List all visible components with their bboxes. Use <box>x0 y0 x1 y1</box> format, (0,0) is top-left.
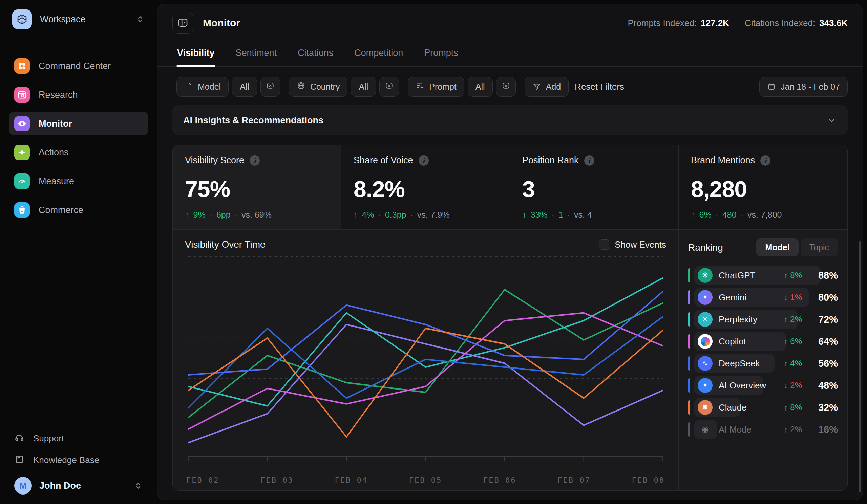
sidebar-item-measure[interactable]: Measure <box>9 169 148 193</box>
sidebar-item-knowledge-base[interactable]: Knowledge Base <box>9 449 148 471</box>
ranking-item-name: DeepSeek <box>719 358 784 369</box>
model-filter-button[interactable]: Model <box>176 77 228 97</box>
separator-dot: · <box>210 210 212 220</box>
prompt-filter-button[interactable]: Prompt <box>408 77 464 97</box>
separator-dot: · <box>410 210 413 220</box>
filter-bar: ModelAllCountryAllPromptAll Add Reset Fi… <box>172 67 848 105</box>
ranking-item-score: 48% <box>808 380 838 391</box>
add-filter-button[interactable]: Add <box>525 77 569 97</box>
ranking-change-value: 8% <box>790 403 802 412</box>
ranking-header: Ranking ModelTopic <box>688 238 838 256</box>
ranking-toggle-model[interactable]: Model <box>756 238 798 256</box>
kpi-card-position-rank[interactable]: Position Ranki3↑33%·1·vs. 4 <box>510 145 679 230</box>
ranking-change-value: 1% <box>790 293 802 302</box>
filter-group-prompt: PromptAll <box>408 77 515 97</box>
globe-icon <box>297 81 306 92</box>
country-filter-value[interactable]: All <box>351 77 376 97</box>
chart-line-gemini <box>188 324 663 443</box>
ranking-item-change: ↑4% <box>784 359 802 368</box>
ranking-item-change: ↓2% <box>784 381 802 390</box>
date-range-picker[interactable]: Jan 18 - Feb 07 <box>759 77 848 97</box>
sidebar-item-research[interactable]: Research <box>9 83 148 107</box>
copilot-logo-blob <box>701 337 710 346</box>
arrow-up-icon: ↑ <box>784 425 788 434</box>
sidebar-toggle-button[interactable] <box>172 12 193 33</box>
filter-group-model: ModelAll <box>176 77 280 97</box>
kpi-change: 4% <box>362 210 374 220</box>
kpi-card-visibility-score[interactable]: Visibility Scorei75%↑9%·6pp·vs. 69% <box>173 145 341 230</box>
model-filter-clear-button[interactable] <box>260 77 280 97</box>
sidebar-item-commerce[interactable]: Commerce <box>9 198 148 222</box>
prompt-filter-value[interactable]: All <box>468 77 493 97</box>
ranking-row-claude[interactable]: ✺Claude↑8%32% <box>688 398 838 417</box>
workspace-logo-icon <box>12 10 32 29</box>
ranking-item-name: Claude <box>719 403 784 413</box>
stat-label: Citations Indexed: <box>745 18 815 29</box>
ai-insights-accordion[interactable]: AI Insights & Recommendations <box>172 105 848 135</box>
ranking-row-chatgpt[interactable]: ❋ChatGPT↑8%88% <box>688 266 838 285</box>
ranking-item-score: 32% <box>808 402 838 413</box>
ranking-row-ai-overview[interactable]: ✦AI Overview↓2%48% <box>688 376 838 395</box>
arrow-up-icon: ↑ <box>522 210 527 220</box>
kpi-label: Position Rank <box>522 155 579 165</box>
tab-prompts[interactable]: Prompts <box>423 42 459 66</box>
model-filter-value-label: All <box>240 82 249 92</box>
chart-header: Visibility Over Time Show Events <box>185 239 666 250</box>
x-tick-label: FEB 08 <box>632 476 665 484</box>
kpi-card-header: Visibility Scorei <box>185 155 329 165</box>
knowledge-base-icon <box>14 454 24 466</box>
sidebar-item-command-center[interactable]: Command Center <box>9 54 148 78</box>
dashboard-board: Visibility Scorei75%↑9%·6pp·vs. 69%Share… <box>172 144 848 491</box>
reset-filters-button[interactable]: Reset Filters <box>575 82 624 92</box>
clear-x-icon <box>502 81 510 92</box>
ranking-item-score: 64% <box>808 336 838 347</box>
ranking-row-copilot[interactable]: Copilot↑6%64% <box>688 332 838 351</box>
chevron-up-down-icon <box>136 14 145 24</box>
ranking-row-gemini[interactable]: ✦Gemini↓1%80% <box>688 288 838 307</box>
x-tick-label: FEB 07 <box>557 476 590 484</box>
sidebar-item-support[interactable]: Support <box>9 427 148 449</box>
user-menu[interactable]: M John Doe <box>9 471 148 495</box>
ranking-accent-bar <box>688 290 690 304</box>
ranking-item-change: ↑8% <box>784 271 802 280</box>
sidebar-item-actions[interactable]: Actions <box>9 141 148 164</box>
ranking-row-perplexity[interactable]: ✳Perplexity↑2%72% <box>688 310 838 329</box>
scrollbar-thumb[interactable] <box>859 242 861 492</box>
separator-dot: · <box>378 210 381 220</box>
tab-sentiment[interactable]: Sentiment <box>235 42 278 66</box>
chevron-down-icon <box>827 115 837 125</box>
x-tick-label: FEB 03 <box>260 476 293 484</box>
kpi-card-share-of-voice[interactable]: Share of Voicei8.2%↑4%·0.3pp·vs. 7.9% <box>341 145 510 230</box>
tab-citations[interactable]: Citations <box>297 42 334 66</box>
separator-dot: · <box>741 210 743 220</box>
ranking-change-value: 8% <box>790 271 802 280</box>
show-events-label: Show Events <box>615 239 666 250</box>
country-filter-button[interactable]: Country <box>289 77 348 97</box>
ranking-row-deepseek[interactable]: ∿DeepSeek↑4%56% <box>688 354 838 373</box>
prompt-filter-clear-button[interactable] <box>496 77 516 97</box>
sidebar-item-monitor[interactable]: Monitor <box>9 112 148 136</box>
arrow-up-icon: ↑ <box>185 210 189 220</box>
ranking-item-score: 56% <box>808 358 838 369</box>
tab-competition[interactable]: Competition <box>354 42 404 66</box>
country-filter-clear-button[interactable] <box>379 77 399 97</box>
info-icon: i <box>419 156 429 165</box>
model-filter-value[interactable]: All <box>232 77 257 97</box>
ai-overview-icon: ✦ <box>698 378 713 393</box>
sidebar-item-label: Research <box>39 90 78 100</box>
prompt-filter-label: Prompt <box>429 82 457 92</box>
show-events-checkbox[interactable] <box>599 239 609 250</box>
ranking-row-ai-mode[interactable]: ◉AI Mode↑2%16% <box>688 420 838 439</box>
separator-dot: · <box>235 210 237 220</box>
workspace-switcher[interactable]: Workspace <box>9 7 148 32</box>
ranking-accent-bar <box>688 422 690 437</box>
tab-visibility[interactable]: Visibility <box>176 42 215 66</box>
kpi-change: 33% <box>531 210 548 220</box>
kpi-value: 3 <box>522 176 666 202</box>
ranking-toggle-topic[interactable]: Topic <box>801 238 838 256</box>
ranking-change-value: 2% <box>790 425 802 434</box>
ranking-item-name: Perplexity <box>719 314 784 325</box>
show-events-toggle[interactable]: Show Events <box>599 239 666 250</box>
kpi-card-brand-mentions[interactable]: Brand Mentionsi8,280↑6%·480·vs. 7,800 <box>679 145 847 230</box>
sliders-icon <box>416 81 424 92</box>
